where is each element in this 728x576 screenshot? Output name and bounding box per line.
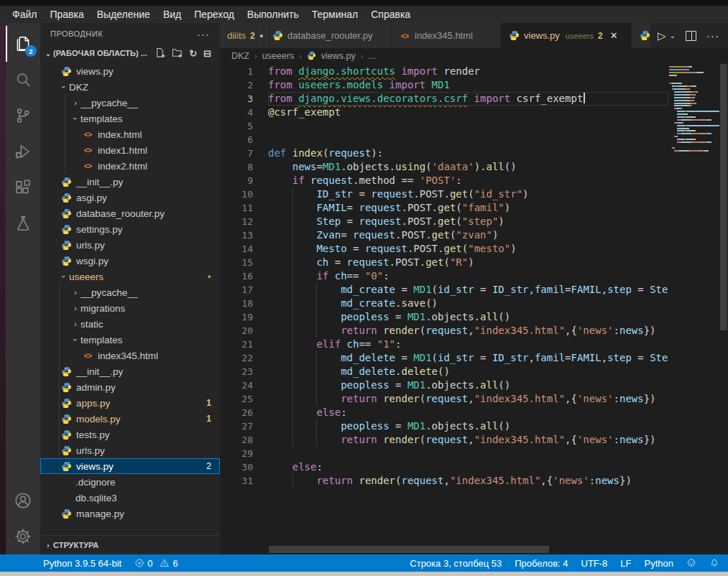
tree-item-manage.py[interactable]: manage.py	[40, 506, 220, 521]
code-line-11[interactable]: 11 FAMIL= request.POST.get("famil")	[220, 201, 668, 215]
code-line-24[interactable]: 24 peopless = MD1.objects.all()	[220, 378, 668, 392]
tree-item-index2.html[interactable]: <>index2.html	[40, 158, 220, 174]
code-line-4[interactable]: 4@csrf_exempt	[220, 106, 668, 119]
menu-выполнить[interactable]: Выполнить	[241, 9, 305, 20]
code-line-15[interactable]: 15 ch = request.POST.get("R")	[220, 256, 668, 269]
vertical-scrollbar[interactable]	[719, 64, 728, 554]
horizontal-scrollbar-thumb[interactable]	[269, 546, 549, 553]
status-indentation[interactable]: Пробелов: 4	[515, 558, 568, 569]
tree-item-__init__.py[interactable]: __init__.py	[40, 174, 220, 190]
tree-item-wsgi.py[interactable]: wsgi.py	[40, 253, 220, 269]
code-line-1[interactable]: 1from django.shortcuts import render	[220, 65, 668, 78]
code-line-26[interactable]: 26 else:	[220, 406, 668, 419]
tree-item-asgi.py[interactable]: asgi.py	[40, 190, 220, 205]
testing-icon[interactable]	[6, 205, 40, 241]
tab-database_roouter.py[interactable]: database_roouter.py	[264, 23, 392, 48]
code-line-14[interactable]: 14 Mesto = request.POST.get("mesto")	[220, 242, 668, 256]
tree-item-views.py[interactable]: views.py2	[40, 458, 220, 474]
account-icon[interactable]	[6, 483, 40, 519]
code-line-5[interactable]: 5	[220, 119, 668, 133]
search-icon[interactable]	[6, 62, 40, 98]
run-debug-icon[interactable]	[6, 134, 40, 169]
new-folder-icon[interactable]	[172, 47, 183, 60]
settings-gear-icon[interactable]	[6, 519, 40, 554]
code-line-10[interactable]: 10 ID_str = request.POST.get("id_str")	[220, 187, 668, 201]
code-line-13[interactable]: 13 Zvan= request.POST.get("zvan")	[220, 228, 668, 242]
code-line-18[interactable]: 18 md_create.save()	[220, 297, 668, 310]
code-line-19[interactable]: 19 peopless = MD1.objects.all()	[220, 310, 668, 324]
tree-item-db.sqlite3[interactable]: db.sqlite3	[40, 490, 220, 506]
menu-переход[interactable]: Переход	[188, 9, 241, 20]
code-line-7[interactable]: 7def index(request):	[220, 147, 668, 160]
tree-item-index1.html[interactable]: <>index1.html	[40, 142, 220, 158]
status-language-mode[interactable]: Python	[645, 558, 673, 569]
code-line-2[interactable]: 2from useeers.models import MD1	[220, 78, 668, 92]
tab-diiits[interactable]: diiits2●	[220, 23, 264, 48]
tree-item-DKZ[interactable]: ›DKZ	[40, 79, 220, 95]
code-line-12[interactable]: 12 Step = request.POST.get("step")	[220, 215, 668, 228]
code-line-8[interactable]: 8 news=MD1.objects.using('daata').all()	[220, 160, 668, 174]
breadcrumb-item-DKZ[interactable]: DKZ	[231, 51, 249, 61]
status-notifications[interactable]	[709, 558, 719, 569]
tree-item-.dcignore[interactable]: .dcignore	[40, 474, 220, 490]
breadcrumb-item-useeers[interactable]: useeers	[262, 51, 294, 61]
tree-item-templates[interactable]: ›templates	[40, 332, 220, 348]
new-file-icon[interactable]	[155, 47, 165, 60]
workspace-section-header[interactable]: ⌄ (РАБОЧАЯ ОБЛАСТЬ) ... ↻⊟	[40, 45, 220, 62]
tree-item-__pycache__[interactable]: ›__pycache__	[40, 284, 220, 300]
code-line-6[interactable]: 6	[220, 133, 668, 147]
more-actions-icon[interactable]: ···	[706, 29, 719, 42]
code-line-27[interactable]: 27 peopless = MD1.objects.all()	[220, 419, 668, 433]
code-line-3[interactable]: 3from django.views.decorators.csrf impor…	[220, 92, 668, 106]
tree-item-templates[interactable]: ›templates	[40, 111, 220, 126]
status-problems[interactable]: 06	[134, 558, 178, 569]
code-line-20[interactable]: 20 return render(request,"index345.html"…	[220, 324, 668, 338]
tree-item-views.py[interactable]: views.py	[40, 63, 220, 79]
status-cursor-position[interactable]: Строка 3, столбец 53	[410, 558, 502, 569]
code-line-16[interactable]: 16 if ch== "0":	[220, 269, 668, 283]
source-control-icon[interactable]	[6, 98, 40, 134]
status-eol[interactable]: LF	[620, 558, 631, 569]
code-editor[interactable]: 1from django.shortcuts import render2fro…	[220, 64, 728, 554]
extensions-icon[interactable]	[6, 169, 40, 205]
code-line-22[interactable]: 22 md_delete = MD1(id_str = ID_str,famil…	[220, 351, 668, 365]
tree-item-models.py[interactable]: models.py1	[40, 411, 220, 427]
code-line-28[interactable]: 28 return render(request,"index345.html"…	[220, 433, 668, 447]
explorer-icon[interactable]: 2	[6, 26, 40, 62]
vertical-scrollbar-thumb[interactable]	[720, 64, 727, 330]
code-line-30[interactable]: 30 else:	[220, 460, 668, 474]
collapse-all-icon[interactable]: ⊟	[203, 49, 211, 58]
tree-item-static[interactable]: ›static	[40, 316, 220, 332]
tree-item-index.html[interactable]: <>index.html	[40, 126, 220, 142]
code-line-23[interactable]: 23 md_delete.delete()	[220, 365, 668, 378]
code-line-21[interactable]: 21 elif ch== "1":	[220, 338, 668, 351]
breadcrumb-item-views.py[interactable]: views.py	[321, 51, 356, 61]
code-line-25[interactable]: 25 return render(request,"index345.html"…	[220, 392, 668, 406]
tree-item-useeers[interactable]: ›useeers●	[40, 269, 220, 284]
tree-item-database_roouter.py[interactable]: database_roouter.py	[40, 205, 220, 221]
tree-item-apps.py[interactable]: apps.py1	[40, 395, 220, 411]
sidebar-more-actions-icon[interactable]: ···	[197, 28, 210, 40]
tree-item-urls.py[interactable]: urls.py	[40, 442, 220, 458]
run-button[interactable]: ▷	[658, 29, 666, 42]
tree-item-settings.py[interactable]: settings.py	[40, 221, 220, 237]
status-feedback[interactable]	[686, 558, 696, 569]
tree-item-migrations[interactable]: ›migrations	[40, 300, 220, 316]
tree-item-urls.py[interactable]: urls.py	[40, 237, 220, 253]
code-line-29[interactable]: 29	[220, 447, 668, 460]
run-dropdown-icon[interactable]: ⌄	[670, 32, 676, 40]
minimap[interactable]	[669, 66, 719, 153]
status-encoding[interactable]: UTF-8	[581, 558, 608, 569]
code-line-17[interactable]: 17 md_create = MD1(id_str = ID_str,famil…	[220, 283, 668, 297]
code-line-31[interactable]: 31 return render(request,"index345.html"…	[220, 474, 668, 488]
close-icon[interactable]: ✕	[610, 30, 618, 41]
tree-item-admin.py[interactable]: admin.py	[40, 379, 220, 395]
split-editor-icon[interactable]	[686, 31, 696, 41]
menu-терминал[interactable]: Терминал	[305, 9, 364, 20]
code-line-9[interactable]: 9 if request.method == 'POST':	[220, 174, 668, 187]
status-python-version[interactable]: Python 3.9.5 64-bit	[43, 558, 121, 569]
breadcrumb[interactable]: DKZ›useeers›views.py›...	[220, 48, 728, 64]
menu-справка[interactable]: Справка	[364, 9, 417, 20]
refresh-icon[interactable]: ↻	[189, 49, 197, 58]
tab-index345.html[interactable]: <>index345.html	[392, 23, 501, 48]
